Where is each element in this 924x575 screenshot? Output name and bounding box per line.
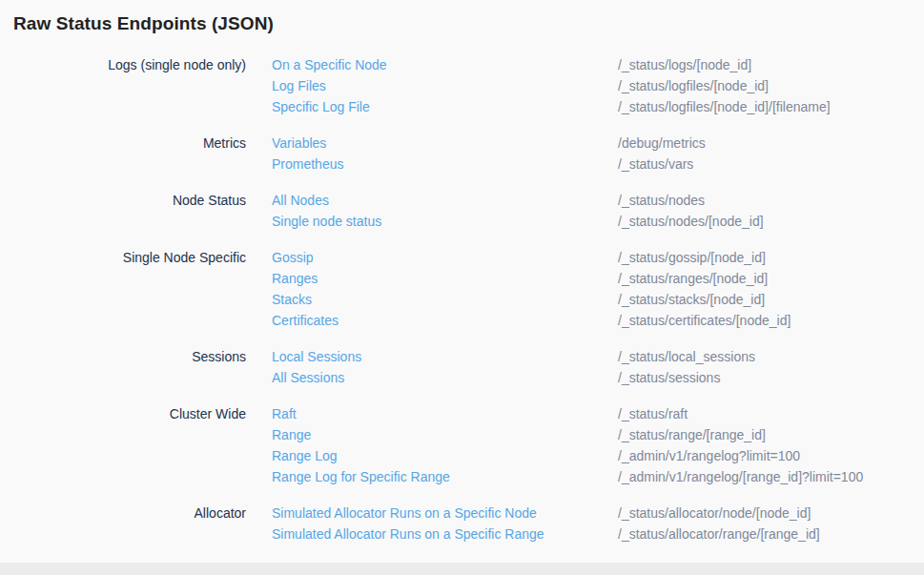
endpoint-path: /_status/stacks/[node_id]: [618, 289, 924, 310]
endpoint-row: Variables /debug/metrics: [272, 133, 924, 154]
endpoint-link[interactable]: Range Log for Specific Range: [272, 466, 618, 487]
endpoint-section: Allocator Simulated Allocator Runs on a …: [13, 503, 924, 544]
endpoint-link[interactable]: Variables: [272, 133, 618, 154]
endpoint-path: /debug/metrics: [618, 133, 924, 154]
endpoint-section: Sessions Local Sessions /_status/local_s…: [13, 346, 924, 388]
endpoint-rows: All Nodes /_status/nodes Single node sta…: [272, 190, 924, 232]
endpoint-path: /_admin/v1/rangelog?limit=100: [618, 445, 924, 466]
endpoint-link[interactable]: Log Files: [272, 75, 618, 96]
endpoint-rows: Variables /debug/metrics Prometheus /_st…: [272, 133, 924, 175]
endpoint-link[interactable]: Simulated Allocator Runs on a Specific R…: [272, 524, 618, 544]
endpoint-rows: Simulated Allocator Runs on a Specific N…: [272, 503, 924, 544]
category-label: Node Status: [13, 190, 246, 232]
endpoint-path: /_status/vars: [618, 154, 924, 175]
endpoint-path: /_status/allocator/range/[range_id]: [618, 524, 924, 544]
endpoint-link[interactable]: Certificates: [272, 310, 618, 331]
category-label: Single Node Specific: [13, 247, 246, 331]
endpoint-row: Ranges /_status/ranges/[node_id]: [272, 268, 924, 289]
endpoint-link[interactable]: Local Sessions: [272, 346, 618, 367]
endpoint-rows: On a Specific Node /_status/logs/[node_i…: [272, 54, 924, 117]
endpoint-rows: Raft /_status/raft Range /_status/range/…: [272, 403, 924, 487]
endpoint-link[interactable]: On a Specific Node: [272, 54, 618, 75]
category-label: Allocator: [13, 503, 246, 544]
category-label: Sessions: [13, 346, 246, 388]
endpoint-row: Range Log for Specific Range /_admin/v1/…: [272, 466, 924, 487]
endpoint-row: All Nodes /_status/nodes: [272, 190, 924, 211]
endpoint-path: /_status/sessions: [618, 367, 924, 388]
raw-status-endpoints-page: Raw Status Endpoints (JSON) Logs (single…: [0, 0, 924, 544]
endpoint-row: Local Sessions /_status/local_sessions: [272, 346, 924, 367]
endpoint-row: Certificates /_status/certificates/[node…: [272, 310, 924, 331]
endpoint-section: Metrics Variables /debug/metrics Prometh…: [13, 133, 924, 175]
endpoint-rows: Gossip /_status/gossip/[node_id] Ranges …: [272, 247, 924, 331]
endpoint-row: All Sessions /_status/sessions: [272, 367, 924, 388]
endpoint-link[interactable]: Simulated Allocator Runs on a Specific N…: [272, 503, 618, 524]
endpoint-section: Node Status All Nodes /_status/nodes Sin…: [13, 190, 924, 232]
page-title: Raw Status Endpoints (JSON): [13, 13, 924, 34]
endpoint-path: /_admin/v1/rangelog/[range_id]?limit=100: [618, 466, 924, 487]
endpoint-section: Cluster Wide Raft /_status/raft Range /_…: [13, 403, 924, 487]
endpoint-sections: Logs (single node only) On a Specific No…: [13, 54, 924, 544]
endpoint-path: /_status/gossip/[node_id]: [618, 247, 924, 268]
endpoint-section: Logs (single node only) On a Specific No…: [13, 54, 924, 117]
category-label: Metrics: [13, 133, 246, 175]
endpoint-row: Range Log /_admin/v1/rangelog?limit=100: [272, 445, 924, 466]
endpoint-link[interactable]: Range Log: [272, 445, 618, 466]
endpoint-section: Single Node Specific Gossip /_status/gos…: [13, 247, 924, 331]
endpoint-row: Specific Log File /_status/logfiles/[nod…: [272, 96, 924, 117]
endpoint-link[interactable]: Range: [272, 424, 618, 445]
endpoint-row: Raft /_status/raft: [272, 403, 924, 424]
endpoint-link[interactable]: Specific Log File: [272, 96, 618, 117]
endpoint-link[interactable]: Ranges: [272, 268, 618, 289]
endpoint-row: Log Files /_status/logfiles/[node_id]: [272, 75, 924, 96]
endpoint-row: Prometheus /_status/vars: [272, 154, 924, 175]
endpoint-path: /_status/logs/[node_id]: [618, 54, 924, 75]
endpoint-row: Stacks /_status/stacks/[node_id]: [272, 289, 924, 310]
endpoint-row: Single node status /_status/nodes/[node_…: [272, 211, 924, 232]
category-label: Cluster Wide: [13, 403, 246, 487]
category-label: Logs (single node only): [13, 54, 246, 117]
endpoint-rows: Local Sessions /_status/local_sessions A…: [272, 346, 924, 388]
endpoint-path: /_status/certificates/[node_id]: [618, 310, 924, 331]
endpoint-path: /_status/logfiles/[node_id]: [618, 75, 924, 96]
endpoint-row: Range /_status/range/[range_id]: [272, 424, 924, 445]
endpoint-path: /_status/ranges/[node_id]: [618, 268, 924, 289]
endpoint-link[interactable]: Single node status: [272, 211, 618, 232]
endpoint-link[interactable]: All Sessions: [272, 367, 618, 388]
endpoint-path: /_status/allocator/node/[node_id]: [618, 503, 924, 524]
endpoint-path: /_status/range/[range_id]: [618, 424, 924, 445]
endpoint-path: /_status/logfiles/[node_id]/[filename]: [618, 96, 924, 117]
endpoint-path: /_status/raft: [618, 403, 924, 424]
endpoint-path: /_status/nodes/[node_id]: [618, 211, 924, 232]
endpoint-link[interactable]: Gossip: [272, 247, 618, 268]
footer-band: [0, 563, 924, 575]
endpoint-link[interactable]: Stacks: [272, 289, 618, 310]
endpoint-link[interactable]: All Nodes: [272, 190, 618, 211]
endpoint-row: Simulated Allocator Runs on a Specific R…: [272, 524, 924, 544]
endpoint-row: Simulated Allocator Runs on a Specific N…: [272, 503, 924, 524]
endpoint-link[interactable]: Raft: [272, 403, 618, 424]
endpoint-row: Gossip /_status/gossip/[node_id]: [272, 247, 924, 268]
endpoint-path: /_status/local_sessions: [618, 346, 924, 367]
endpoint-link[interactable]: Prometheus: [272, 154, 618, 175]
endpoint-row: On a Specific Node /_status/logs/[node_i…: [272, 54, 924, 75]
endpoint-path: /_status/nodes: [618, 190, 924, 211]
